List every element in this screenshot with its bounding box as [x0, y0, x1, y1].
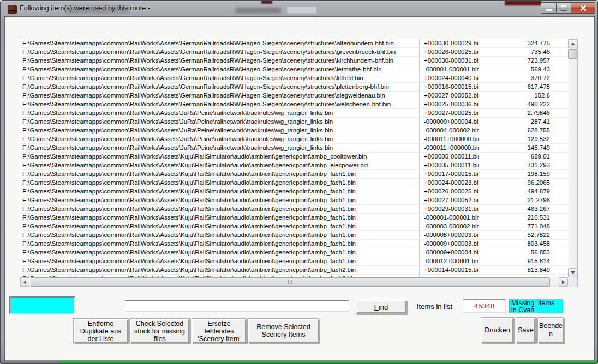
list-row[interactable]: F:\Games\Steam\steamapps\common\RailWork…: [20, 257, 568, 266]
list-row[interactable]: F:\Games\Steam\steamapps\common\RailWork…: [20, 74, 568, 83]
list-row[interactable]: F:\Games\Steam\steamapps\common\RailWork…: [20, 240, 568, 248]
hscroll-thumb[interactable]: [31, 277, 550, 287]
blueprint-id-cell: -000012-000001.bin: [420, 257, 479, 265]
list-row[interactable]: F:\Games\Steam\steamapps\common\RailWork…: [20, 179, 568, 187]
value-cell: 490.222: [479, 100, 554, 108]
save-button[interactable]: Save: [516, 317, 536, 343]
arrow-down-icon: [571, 271, 575, 274]
filler-cell: [554, 205, 568, 213]
scroll-left-button[interactable]: [20, 277, 29, 287]
list-row[interactable]: F:\Games\Steam\steamapps\common\RailWork…: [20, 92, 568, 100]
vscroll-thumb[interactable]: [568, 49, 577, 59]
window-frame: Following item(s) were used by this rout…: [0, 0, 598, 364]
file-path-cell: F:\Games\Steam\steamapps\common\RailWork…: [20, 57, 420, 65]
value-cell: 56.853: [479, 248, 554, 257]
value-cell: 463.267: [479, 205, 554, 213]
list-row[interactable]: F:\Games\Steam\steamapps\common\RailWork…: [20, 153, 568, 161]
list-row[interactable]: F:\Games\Steam\steamapps\common\RailWork…: [20, 205, 568, 214]
scroll-right-button[interactable]: [559, 277, 568, 287]
filler-cell: [554, 92, 568, 100]
value-cell: 21.2796: [479, 196, 554, 204]
value-cell: 145.749: [479, 144, 554, 152]
file-path-cell: F:\Games\Steam\steamapps\common\RailWork…: [20, 205, 420, 213]
check-stock-button[interactable]: Check Selected stock for missing files: [129, 318, 190, 343]
titlebar[interactable]: Following item(s) were used by this rout…: [1, 1, 598, 17]
blueprint-id-cell: -000008+000003.bin: [420, 231, 479, 239]
value-cell: 287.41: [479, 118, 554, 126]
cyan-legend-panel: [9, 296, 75, 314]
list-row[interactable]: F:\Games\Steam\steamapps\common\RailWork…: [20, 266, 568, 275]
list-row[interactable]: F:\Games\Steam\steamapps\common\RailWork…: [20, 126, 568, 135]
blueprint-id-cell: -000009+000004.bin: [420, 118, 479, 126]
value-cell: 96.2065: [479, 179, 554, 187]
horizontal-scrollbar[interactable]: [20, 277, 568, 287]
file-path-cell: F:\Games\Steam\steamapps\common\RailWork…: [20, 240, 420, 248]
bottom-green-progress: [59, 361, 596, 364]
quit-button[interactable]: Beenden: [537, 317, 564, 343]
file-path-cell: F:\Games\Steam\steamapps\common\RailWork…: [20, 144, 420, 152]
filler-cell: [554, 196, 568, 204]
blueprint-id-cell: +000030-000029.bin: [420, 39, 479, 47]
file-path-cell: F:\Games\Steam\steamapps\common\RailWork…: [20, 161, 420, 169]
list-row[interactable]: F:\Games\Steam\steamapps\common\RailWork…: [20, 118, 568, 126]
list-row[interactable]: F:\Games\Steam\steamapps\common\RailWork…: [20, 65, 568, 74]
close-button[interactable]: [571, 2, 595, 14]
scroll-up-button[interactable]: [568, 39, 577, 48]
vertical-scrollbar[interactable]: [568, 39, 577, 277]
filler-cell: [554, 118, 568, 126]
value-cell: 370.72: [479, 74, 554, 82]
list-row[interactable]: F:\Games\Steam\steamapps\common\RailWork…: [20, 248, 568, 257]
blueprint-id-cell: +000029-000031.bin: [420, 205, 479, 213]
filler-cell: [554, 100, 568, 108]
dialog-client-area: F:\Games\Steam\steamapps\common\RailWork…: [5, 17, 594, 360]
list-row[interactable]: F:\Games\Steam\steamapps\common\RailWork…: [20, 135, 568, 144]
file-path-cell: F:\Games\Steam\steamapps\common\RailWork…: [20, 92, 420, 100]
list-row[interactable]: F:\Games\Steam\steamapps\common\RailWork…: [20, 57, 568, 65]
value-cell: 569.43: [479, 65, 554, 74]
filler-cell: [554, 65, 568, 74]
background-window-fragment: [505, 1, 541, 5]
filler-cell: [554, 214, 568, 222]
list-row[interactable]: F:\Games\Steam\steamapps\common\RailWork…: [20, 39, 568, 48]
list-row[interactable]: F:\Games\Steam\steamapps\common\RailWork…: [20, 83, 568, 92]
list-row[interactable]: F:\Games\Steam\steamapps\common\RailWork…: [20, 187, 568, 196]
list-row[interactable]: F:\Games\Steam\steamapps\common\RailWork…: [20, 109, 568, 118]
scroll-down-button[interactable]: [568, 268, 577, 277]
value-cell: 129.532: [479, 135, 554, 143]
find-input[interactable]: [125, 300, 349, 312]
replace-scenery-item-button[interactable]: Ersetze fehlendes 'Scenery Item': [192, 318, 247, 343]
list-row[interactable]: F:\Games\Steam\steamapps\common\RailWork…: [20, 196, 568, 205]
blueprint-id-cell: -000001-000001.bin: [420, 65, 479, 74]
list-row[interactable]: F:\Games\Steam\steamapps\common\RailWork…: [20, 170, 568, 179]
file-path-cell: F:\Games\Steam\steamapps\common\RailWork…: [20, 187, 420, 196]
value-cell: 771.048: [479, 222, 554, 230]
remove-scenery-items-button[interactable]: Remove Selected Scenery Items: [248, 318, 319, 343]
window-title: Following item(s) were used by this rout…: [20, 4, 150, 12]
print-button[interactable]: Drucken: [481, 317, 514, 343]
maximize-button[interactable]: [557, 2, 571, 14]
blueprint-id-cell: +000025-000036.bin: [420, 100, 479, 108]
find-button[interactable]: Find: [356, 300, 406, 314]
list-row[interactable]: F:\Games\Steam\steamapps\common\RailWork…: [20, 48, 568, 57]
blueprint-id-cell: +000017-000015.bin: [420, 170, 479, 178]
list-row[interactable]: F:\Games\Steam\steamapps\common\RailWork…: [20, 214, 568, 222]
remove-duplicates-button[interactable]: Entferne Duplikate aus der Liste: [73, 318, 128, 343]
list-row[interactable]: F:\Games\Steam\steamapps\common\RailWork…: [20, 222, 568, 231]
list-row[interactable]: F:\Games\Steam\steamapps\common\RailWork…: [20, 231, 568, 240]
value-cell: 210.531: [479, 214, 554, 222]
value-cell: 735.46: [479, 48, 554, 56]
value-cell: 915.814: [479, 257, 554, 265]
scrollbar-corner: [568, 277, 577, 287]
minimize-button[interactable]: [541, 2, 557, 14]
background-window-fragment: [261, 1, 272, 4]
glass-smudge: [235, 8, 281, 13]
list-row[interactable]: F:\Games\Steam\steamapps\common\RailWork…: [20, 100, 568, 109]
filler-cell: [554, 39, 568, 47]
route-items-list[interactable]: F:\Games\Steam\steamapps\common\RailWork…: [20, 39, 578, 287]
list-row[interactable]: F:\Games\Steam\steamapps\common\RailWork…: [20, 144, 568, 153]
minimize-icon: [546, 9, 552, 11]
value-cell: 198.159: [479, 170, 554, 178]
file-path-cell: F:\Games\Steam\steamapps\common\RailWork…: [20, 153, 420, 161]
list-row[interactable]: F:\Games\Steam\steamapps\common\RailWork…: [20, 161, 568, 170]
filler-cell: [554, 170, 568, 178]
